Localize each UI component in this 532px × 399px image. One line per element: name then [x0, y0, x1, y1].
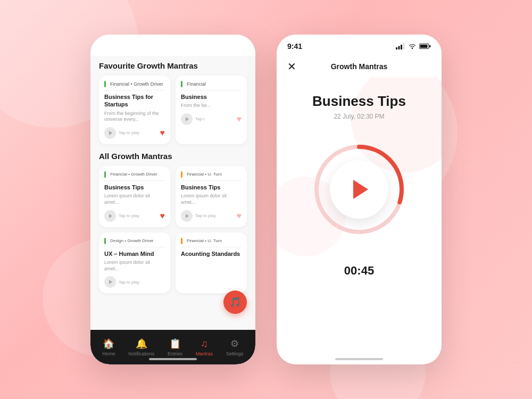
heart-icon-filled-1[interactable]: ♥	[160, 128, 165, 138]
card-divider-2	[181, 90, 242, 90]
tap-label-2: Tap t	[195, 117, 204, 121]
tap-label-all-1: Tap to play	[119, 213, 139, 218]
nav-item-entries[interactable]: 📋 Entries	[168, 338, 182, 356]
all-card-desc-2: Lorem ipsum dolor sit amet...	[181, 193, 242, 205]
notifications-icon: 🔔	[136, 338, 147, 350]
all-card-divider-1	[104, 180, 165, 181]
tag-color-1	[104, 81, 106, 87]
heart-icon-all-1[interactable]: ♥	[160, 211, 165, 221]
nav-label-home: Home	[102, 351, 115, 356]
signal-icon	[396, 43, 405, 49]
all-card-title-4: Acounting Standards	[181, 250, 242, 257]
svg-rect-7	[429, 45, 431, 47]
card-tag-1: Financial • Growth Driver	[104, 81, 165, 87]
all-card-desc-3: Lorem ipsum dolor sit amet...	[104, 260, 165, 272]
player-timer: 00:45	[344, 264, 374, 278]
play-triangle-all-1	[109, 214, 112, 218]
play-button-all-1[interactable]: Tap to play	[104, 210, 139, 222]
status-icons	[396, 43, 431, 49]
svg-rect-2	[401, 45, 402, 49]
favourite-cards-row: Financial • Growth Driver Business Tips …	[99, 76, 247, 144]
play-triangle-1	[109, 131, 112, 135]
card-title-2: Business	[181, 93, 242, 101]
nav-item-notifications[interactable]: 🔔 Notifications	[128, 338, 154, 356]
close-button[interactable]: ✕	[287, 60, 296, 73]
play-circle-1	[104, 127, 116, 139]
player-content: Business Tips 22 July, 02:30 PM 00:45	[277, 77, 442, 283]
status-bar-left	[90, 35, 255, 56]
card-desc-2: From the be...	[181, 103, 242, 109]
tap-label-all-3: Tap to play	[119, 280, 139, 285]
play-button-all-3[interactable]: Tap to play	[104, 276, 139, 288]
all-card-1: Financial • Growth Driver Business Tips …	[99, 166, 170, 227]
status-bar-right: 9:41	[277, 35, 442, 58]
svg-rect-3	[403, 43, 405, 49]
card-desc-1: From the beginning of the universe every…	[104, 111, 165, 123]
all-card-2: Financial • U- Turn Business Tips Lorem …	[176, 166, 247, 227]
nav-item-mantras[interactable]: ♫ Mantras	[196, 338, 213, 356]
favourite-card-2: Financial Business From the be... Tap t …	[176, 76, 247, 144]
fab-music-icon: 🎵	[229, 296, 241, 308]
card-footer-2: Tap t ♥	[181, 113, 242, 125]
all-card-title-1: Business Tips	[104, 184, 165, 191]
battery-icon	[419, 43, 431, 49]
home-indicator-right	[335, 358, 383, 360]
heart-icon-light-2[interactable]: ♥	[237, 114, 242, 124]
play-circle-all-2	[181, 210, 193, 222]
phone-right: 9:41	[277, 35, 442, 364]
fab-button[interactable]: 🎵	[223, 290, 247, 314]
player-title: Business Tips	[312, 93, 406, 110]
favourite-section-title: Favourite Growth Mantras	[99, 61, 247, 70]
svg-rect-0	[396, 47, 397, 49]
play-icon-large	[353, 180, 368, 199]
nav-label-entries: Entries	[168, 351, 182, 356]
play-circle-all-1	[104, 210, 116, 222]
status-time: 9:41	[287, 42, 302, 51]
all-card-title-2: Business Tips	[181, 184, 242, 191]
all-card-footer-1: Tap to play ♥	[104, 210, 165, 222]
main-content-left: Favourite Growth Mantras Financial • Gro…	[90, 56, 255, 330]
nav-item-settings[interactable]: ⚙ Settings	[226, 338, 244, 356]
heart-icon-all-2[interactable]: ♥	[237, 211, 242, 221]
play-circle-2	[181, 113, 193, 125]
player-date: 22 July, 02:30 PM	[334, 113, 384, 120]
play-button-all-2[interactable]: Tap to play	[181, 210, 216, 222]
all-card-3: Design • Growth Driver UX – Human Mind L…	[99, 232, 170, 294]
all-section-title: All Growth Mantras	[99, 152, 247, 161]
svg-rect-1	[398, 46, 400, 50]
big-play-container[interactable]	[311, 142, 407, 237]
nav-item-home[interactable]: 🏠 Home	[102, 338, 115, 356]
all-card-footer-3: Tap to play	[104, 276, 165, 288]
all-tag-color-2	[181, 171, 182, 178]
favourite-card-1: Financial • Growth Driver Business Tips …	[99, 76, 170, 144]
play-button-fav-2[interactable]: Tap t	[181, 113, 204, 125]
nav-label-notifications: Notifications	[128, 351, 154, 356]
all-card-divider-3	[104, 247, 165, 247]
home-icon: 🏠	[103, 338, 114, 350]
tag-color-2	[181, 81, 182, 87]
all-card-footer-2: Tap to play ♥	[181, 210, 242, 222]
all-card-divider-4	[181, 247, 242, 247]
header-title: Growth Mantras	[331, 62, 388, 71]
play-button-fav-1[interactable]: Tap to play	[104, 127, 139, 139]
play-circle-all-3	[104, 276, 116, 288]
all-card-4: Financial • U- Turn Acounting Standards	[176, 232, 247, 294]
big-play-button[interactable]	[330, 160, 388, 219]
all-tag-color-4	[181, 238, 182, 244]
svg-rect-6	[420, 45, 428, 48]
card-title-1: Business Tips for Startups	[104, 93, 165, 109]
all-card-tag-2: Financial • U- Turn	[181, 171, 242, 178]
tap-label-1: Tap to play	[119, 130, 139, 135]
all-card-tag-4: Financial • U- Turn	[181, 238, 242, 244]
svg-point-4	[412, 48, 413, 49]
mantras-icon: ♫	[201, 338, 208, 350]
card-footer-1: Tap to play ♥	[104, 127, 165, 139]
card-divider-1	[104, 90, 165, 90]
wifi-icon	[408, 43, 417, 49]
play-triangle-2	[186, 117, 189, 121]
top-bar: ✕ Growth Mantras	[277, 58, 442, 77]
tap-label-all-2: Tap to play	[195, 213, 216, 218]
all-card-divider-2	[181, 180, 242, 181]
play-triangle-all-3	[109, 280, 112, 284]
all-card-title-3: UX – Human Mind	[104, 250, 165, 257]
